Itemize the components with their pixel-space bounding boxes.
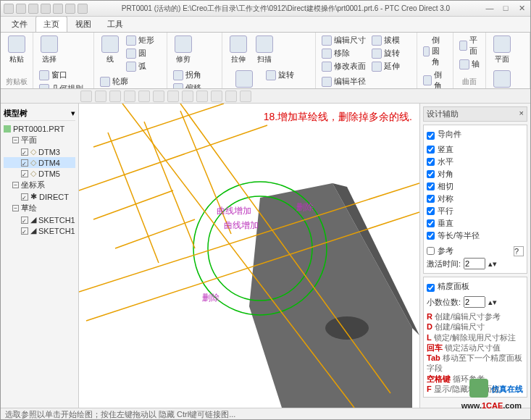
decimals-input[interactable] (464, 296, 485, 308)
view-persp-icon[interactable] (167, 91, 179, 102)
ref-help-icon[interactable]: ? (514, 246, 524, 256)
minimize-icon[interactable]: — (484, 4, 496, 13)
plane-button[interactable]: 平面 (458, 34, 481, 57)
qat-regen-icon[interactable] (65, 4, 75, 14)
svg-line-14 (93, 190, 173, 219)
view-csys-icon[interactable] (225, 91, 237, 102)
tab-tools[interactable]: 工具 (99, 16, 131, 32)
svg-point-2 (325, 316, 369, 340)
qat-save-icon[interactable] (28, 4, 38, 14)
tree-dtm3[interactable]: ◇DTM3 (4, 146, 75, 157)
tree-dtm4[interactable]: ◇DTM4 (4, 157, 75, 168)
view-rotate-icon[interactable] (124, 91, 135, 102)
sweep-button[interactable]: 扫描 (253, 34, 276, 66)
rotate-button[interactable]: 旋转 (370, 47, 401, 59)
qat-redo-icon[interactable] (53, 4, 63, 14)
view-point-icon[interactable] (211, 91, 222, 102)
arc-button[interactable]: 弧 (125, 60, 156, 72)
view-pan-icon[interactable] (109, 91, 121, 102)
view-annot-icon[interactable] (240, 91, 251, 102)
sweep-icon (256, 35, 273, 53)
remove-button[interactable]: 移除 (320, 47, 367, 59)
tab-home[interactable]: 主页 (35, 16, 67, 32)
view-saved-icon[interactable] (138, 91, 150, 102)
paste-button[interactable]: 粘贴 (5, 34, 28, 66)
guide-check[interactable] (427, 219, 435, 227)
move-icon (235, 70, 253, 88)
watermark-url: www.1CAE.com (461, 399, 522, 411)
qat-new-icon[interactable] (4, 4, 14, 14)
ribbon: 粘贴 剪贴板 选择 窗口 几何规则 选择 线 矩形 圆 弧 轮廓 样条 椭圆 (1, 33, 530, 89)
guide-check[interactable] (427, 158, 435, 166)
guide-check[interactable] (427, 182, 435, 190)
tree-settings-icon[interactable]: ▾ (71, 109, 75, 118)
view-style-icon[interactable] (153, 91, 164, 102)
activate-input[interactable] (464, 258, 485, 269)
watermark-logo-icon (469, 379, 488, 398)
select-button[interactable]: 选择 (38, 34, 61, 66)
tree-root[interactable]: PRT0001.PRT (4, 124, 75, 134)
precision-toggle[interactable] (427, 284, 435, 292)
edit-dim-button[interactable]: 编辑尺寸 (320, 34, 367, 46)
view-zoom-icon[interactable] (95, 91, 106, 102)
guide-check[interactable] (427, 207, 435, 215)
guide-check[interactable] (427, 170, 435, 178)
chamfer-button[interactable]: 倒角 (422, 69, 449, 89)
guide-check[interactable] (427, 195, 435, 203)
annot-delete-1: 删除 (296, 201, 314, 214)
circle-button[interactable]: 圆 (125, 47, 156, 59)
tree-sketch[interactable]: −草绘 (4, 202, 75, 214)
offset-button[interactable]: 偏移 (172, 82, 211, 89)
tree-planes[interactable]: −平面 (4, 134, 75, 146)
view-axis-icon[interactable] (196, 91, 208, 102)
qat-close-icon[interactable] (78, 4, 88, 14)
spinner-icon[interactable]: ▴▾ (488, 259, 497, 269)
mod-surf-button[interactable]: 修改表面 (320, 60, 367, 72)
profile-button[interactable]: 轮廓 (99, 75, 130, 88)
tab-file[interactable]: 文件 (4, 16, 35, 32)
edit-rad-button[interactable]: 编辑半径 (320, 75, 367, 88)
tree-title: 模型树 (4, 108, 28, 119)
svg-line-10 (79, 125, 267, 190)
qat-undo-icon[interactable] (41, 4, 51, 14)
tab-view[interactable]: 视图 (67, 16, 99, 32)
guide-check[interactable] (427, 232, 435, 240)
draft-button[interactable]: 拔模 (370, 34, 401, 46)
measure-icon (493, 70, 511, 88)
title-bar: PRT0001 (活动的) E:\Creo工作目录\工作文件\0912\Dire… (1, 1, 530, 17)
line-button[interactable]: 线 (99, 34, 122, 72)
ref-toggle[interactable] (427, 247, 435, 255)
tree-sketch1a[interactable]: ◢SKETCH1 (4, 214, 75, 225)
move-ext-button[interactable]: 移动延伸 (227, 69, 262, 89)
spinner-icon-2[interactable]: ▴▾ (488, 298, 497, 307)
view-fit-icon[interactable] (80, 91, 92, 102)
measure-button[interactable]: 测量 (490, 69, 514, 89)
view-datum-icon[interactable] (182, 91, 193, 102)
tree-header: 模型树 ▾ (4, 106, 75, 121)
corner-button[interactable]: 拐角 (172, 69, 211, 81)
tree-csys[interactable]: −坐标系 (4, 179, 75, 191)
trim-button[interactable]: 修剪 (172, 34, 195, 66)
quick-access-toolbar (4, 4, 88, 14)
qat-open-icon[interactable] (16, 4, 26, 14)
close-icon[interactable]: ✕ (516, 4, 527, 13)
axis-button[interactable]: 轴 (458, 58, 481, 70)
extend-button[interactable]: 延伸 (370, 60, 401, 72)
svg-line-9 (93, 104, 224, 147)
round-button[interactable]: 倒圆角 (422, 34, 449, 68)
tree-direct[interactable]: ✱DIRECT (4, 191, 75, 202)
window-select-button[interactable]: 窗口 (38, 69, 85, 81)
maximize-icon[interactable]: □ (500, 4, 511, 13)
geom-rule-button[interactable]: 几何规则 (38, 83, 85, 89)
revolve-button[interactable]: 旋转 (264, 69, 296, 81)
extrude-button[interactable]: 拉伸 (227, 34, 250, 66)
tree-sketch1b[interactable]: ◢SKETCH1 (4, 225, 75, 236)
rgroup-sketch: 线 矩形 圆 弧 轮廓 样条 椭圆 草绘 (94, 33, 167, 88)
guide-check[interactable] (427, 146, 435, 154)
dplane-button[interactable]: 平面 (490, 34, 514, 66)
panel-close-icon[interactable]: × (519, 109, 524, 119)
rect-button[interactable]: 矩形 (125, 34, 156, 46)
tree-dtm5[interactable]: ◇DTM5 (4, 168, 75, 179)
graphics-canvas[interactable]: 18.增加草绘线，删除掉多余的线. 曲线增加 曲线增加 删除 删除 (79, 104, 419, 408)
guides-toggle[interactable] (427, 132, 435, 140)
